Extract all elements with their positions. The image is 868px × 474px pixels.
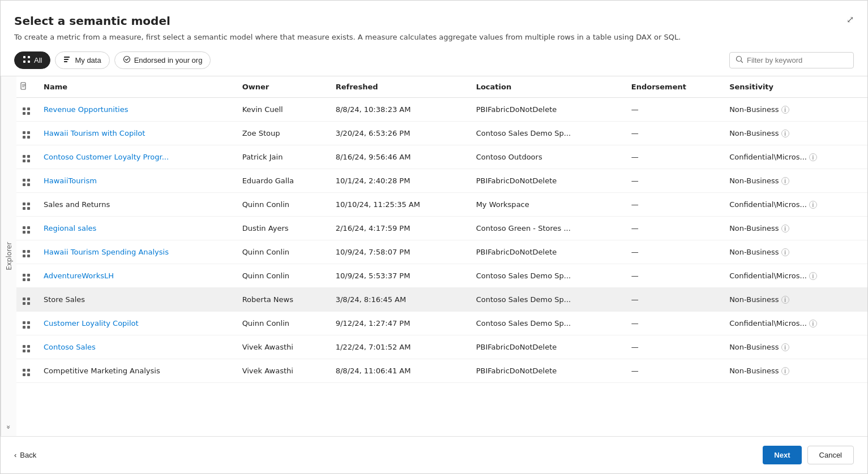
table-row[interactable]: Regional salesDustin Ayers2/16/24, 4:17:… [16, 217, 867, 240]
endorsed-filter-button[interactable]: Endorsed in your org [114, 51, 211, 69]
all-filter-button[interactable]: All [14, 51, 50, 69]
dots-grid-icon [23, 369, 31, 377]
row-dots-icon [16, 169, 37, 193]
row-name[interactable]: Competitive Marketing Analysis [37, 359, 236, 383]
row-name-link[interactable]: Regional sales [44, 224, 96, 232]
table-row[interactable]: Contoso SalesVivek Awasthi1/22/24, 7:01:… [16, 335, 867, 359]
row-location: Contoso Green - Stores ... [469, 217, 625, 240]
search-box [729, 52, 854, 68]
table-row[interactable]: HawaiiTourismEduardo Galla10/1/24, 2:40:… [16, 169, 867, 193]
table-row[interactable]: Revenue OpportunitiesKevin Cuell8/8/24, … [16, 98, 867, 122]
sensitivity-info-icon[interactable]: i [781, 367, 789, 375]
dots-grid-icon [23, 250, 31, 258]
table-row[interactable]: Hawaii Tourism Spending AnalysisQuinn Co… [16, 240, 867, 264]
endorsed-filter-label: Endorsed in your org [134, 56, 203, 64]
table-header-row: Name Owner Refreshed Location Endorsemen… [16, 76, 867, 98]
row-endorsement: — [625, 240, 722, 264]
sensitivity-info-icon[interactable]: i [781, 343, 789, 351]
row-dots-icon [16, 312, 37, 335]
sensitivity-info-icon[interactable]: i [781, 106, 789, 114]
row-location: PBIFabricDoNotDelete [469, 359, 625, 383]
row-name-link[interactable]: HawaiiTourism [44, 176, 97, 185]
back-button[interactable]: ‹ Back [14, 451, 36, 459]
col-sensitivity-header: Sensitivity [722, 76, 867, 98]
row-location: Contoso Outdoors [469, 145, 625, 169]
sensitivity-info-icon[interactable]: i [781, 225, 789, 232]
cancel-button[interactable]: Cancel [807, 446, 854, 464]
sensitivity-info-icon[interactable]: i [809, 320, 817, 328]
dots-grid-icon [23, 345, 31, 353]
row-refreshed: 3/8/24, 8:16:45 AM [329, 288, 469, 312]
sensitivity-info-icon[interactable]: i [781, 177, 789, 185]
row-endorsement: — [625, 312, 722, 335]
explorer-sidebar[interactable]: » Explorer [1, 76, 16, 436]
row-location: PBIFabricDoNotDelete [469, 240, 625, 264]
table-container[interactable]: Name Owner Refreshed Location Endorsemen… [16, 76, 867, 436]
row-refreshed: 8/16/24, 9:56:46 AM [329, 145, 469, 169]
table-row[interactable]: Hawaii Tourism with CopilotZoe Stoup3/20… [16, 122, 867, 145]
dots-grid-icon [23, 131, 31, 139]
row-owner: Vivek Awasthi [236, 359, 329, 383]
svg-rect-9 [21, 83, 25, 89]
row-location: PBIFabricDoNotDelete [469, 335, 625, 359]
row-endorsement: — [625, 359, 722, 383]
filter-bar: All My data [1, 51, 867, 76]
row-name-link[interactable]: AdventureWorksLH [44, 272, 114, 280]
row-dots-icon [16, 264, 37, 288]
row-name[interactable]: AdventureWorksLH [37, 264, 236, 288]
row-name[interactable]: Hawaii Tourism with Copilot [37, 122, 236, 145]
table-row[interactable]: AdventureWorksLHQuinn Conlin10/9/24, 5:5… [16, 264, 867, 288]
col-location-header: Location [469, 76, 625, 98]
row-name[interactable]: Sales and Returns [37, 193, 236, 217]
row-name[interactable]: Contoso Customer Loyalty Progr... [37, 145, 236, 169]
row-dots-icon [16, 145, 37, 169]
row-name[interactable]: Revenue Opportunities [37, 98, 236, 122]
row-name-link[interactable]: Contoso Sales [44, 343, 96, 351]
table-row[interactable]: Competitive Marketing AnalysisVivek Awas… [16, 359, 867, 383]
row-name[interactable]: Hawaii Tourism Spending Analysis [37, 240, 236, 264]
my-data-filter-button[interactable]: My data [55, 51, 109, 69]
svg-rect-5 [64, 59, 69, 60]
expand-icon[interactable]: ⤢ [846, 14, 854, 25]
row-location: Contoso Sales Demo Sp... [469, 264, 625, 288]
col-icon-header [16, 76, 37, 98]
all-filter-icon [23, 55, 31, 65]
back-label: Back [20, 451, 36, 459]
sensitivity-info-icon[interactable]: i [809, 153, 817, 161]
row-name[interactable]: HawaiiTourism [37, 169, 236, 193]
svg-rect-3 [28, 61, 30, 63]
row-refreshed: 9/12/24, 1:27:47 PM [329, 312, 469, 335]
table-row[interactable]: Customer Loyality CopilotQuinn Conlin9/1… [16, 312, 867, 335]
row-location: Contoso Sales Demo Sp... [469, 312, 625, 335]
table-row[interactable]: Store SalesRoberta News3/8/24, 8:16:45 A… [16, 288, 867, 312]
row-name-link[interactable]: Contoso Customer Loyalty Progr... [44, 153, 169, 161]
row-name-link[interactable]: Customer Loyality Copilot [44, 319, 139, 328]
row-name[interactable]: Store Sales [37, 288, 236, 312]
row-name[interactable]: Customer Loyality Copilot [37, 312, 236, 335]
sensitivity-info-icon[interactable]: i [781, 296, 789, 304]
search-input[interactable] [747, 56, 848, 64]
table-row[interactable]: Sales and ReturnsQuinn Conlin10/10/24, 1… [16, 193, 867, 217]
all-filter-label: All [34, 56, 42, 64]
row-name-link[interactable]: Hawaii Tourism Spending Analysis [44, 248, 169, 256]
row-endorsement: — [625, 335, 722, 359]
svg-point-7 [123, 57, 130, 63]
row-owner: Kevin Cuell [236, 98, 329, 122]
row-owner: Vivek Awasthi [236, 335, 329, 359]
row-refreshed: 8/8/24, 10:38:23 AM [329, 98, 469, 122]
next-button[interactable]: Next [763, 446, 801, 464]
row-name-link[interactable]: Revenue Opportunities [44, 105, 128, 114]
sensitivity-info-icon[interactable]: i [809, 272, 817, 280]
row-name-link[interactable]: Hawaii Tourism with Copilot [44, 129, 145, 137]
sensitivity-info-icon[interactable]: i [781, 248, 789, 256]
row-sensitivity: Confidential\Micros...i [722, 264, 867, 288]
row-name[interactable]: Regional sales [37, 217, 236, 240]
row-name[interactable]: Contoso Sales [37, 335, 236, 359]
sensitivity-info-icon[interactable]: i [809, 201, 817, 209]
table-row[interactable]: Contoso Customer Loyalty Progr...Patrick… [16, 145, 867, 169]
content-area: » Explorer [1, 76, 867, 436]
dialog-header: Select a semantic model ⤢ [1, 1, 867, 32]
sensitivity-info-icon[interactable]: i [781, 130, 789, 137]
row-endorsement: — [625, 217, 722, 240]
col-endorsement-header: Endorsement [625, 76, 722, 98]
